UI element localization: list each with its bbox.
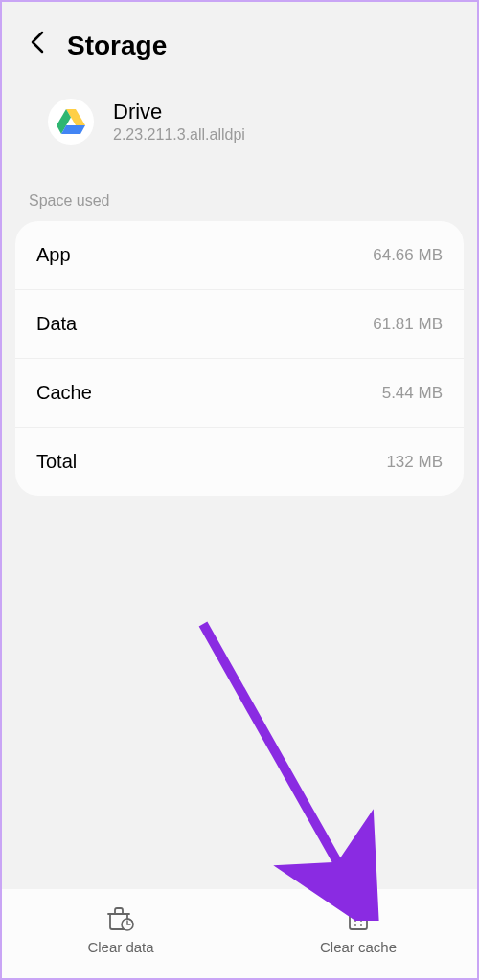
row-value: 132 MB <box>386 453 443 472</box>
svg-point-2 <box>360 920 362 922</box>
clear-cache-button[interactable]: Clear cache <box>240 906 477 955</box>
row-value: 61.81 MB <box>373 315 443 334</box>
clear-cache-icon <box>345 906 372 931</box>
page-title: Storage <box>67 31 167 61</box>
svg-point-3 <box>354 924 356 926</box>
section-label: Space used <box>2 173 477 221</box>
header: Storage <box>2 2 477 79</box>
row-value: 5.44 MB <box>382 384 443 403</box>
row-label: App <box>36 244 71 266</box>
storage-card: App 64.66 MB Data 61.81 MB Cache 5.44 MB… <box>15 221 464 496</box>
storage-row-app: App 64.66 MB <box>15 221 464 290</box>
row-label: Data <box>36 313 77 335</box>
row-label: Cache <box>36 382 92 404</box>
clear-cache-label: Clear cache <box>320 939 397 955</box>
drive-app-icon <box>48 99 94 145</box>
row-value: 64.66 MB <box>373 246 443 265</box>
app-name: Drive <box>113 100 245 124</box>
storage-row-total: Total 132 MB <box>15 428 464 496</box>
svg-point-4 <box>360 924 362 926</box>
app-version: 2.23.211.3.all.alldpi <box>113 126 245 144</box>
back-icon[interactable] <box>29 29 48 62</box>
clear-data-icon <box>107 906 134 931</box>
svg-point-1 <box>354 920 356 922</box>
storage-row-data: Data 61.81 MB <box>15 290 464 359</box>
clear-data-button[interactable]: Clear data <box>2 906 240 955</box>
clear-data-label: Clear data <box>87 939 153 955</box>
storage-row-cache: Cache 5.44 MB <box>15 359 464 428</box>
row-label: Total <box>36 451 77 473</box>
bottom-bar: Clear data Clear cache <box>2 889 477 978</box>
app-info: Drive 2.23.211.3.all.alldpi <box>2 79 477 173</box>
